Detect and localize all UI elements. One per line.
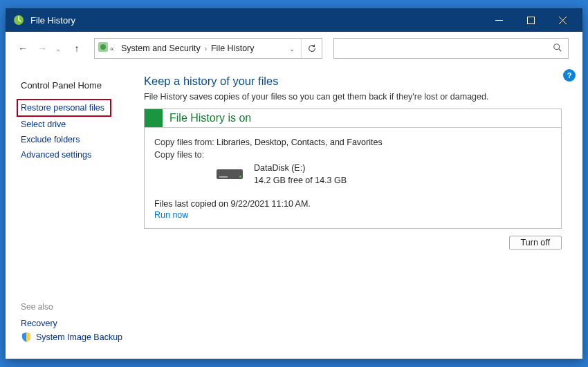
- svg-point-6: [100, 44, 106, 50]
- close-button[interactable]: [546, 8, 578, 32]
- sidebar-advanced-settings[interactable]: Advanced settings: [21, 147, 91, 162]
- svg-point-7: [554, 44, 560, 49]
- copy-from-label: Copy files from:: [154, 138, 217, 147]
- titlebar[interactable]: File History: [6, 8, 582, 32]
- page-subtext: File History saves copies of your files …: [144, 92, 562, 102]
- breadcrumb-system-security[interactable]: System and Security: [120, 44, 202, 53]
- search-icon: [553, 43, 562, 55]
- forward-button[interactable]: →: [35, 41, 50, 56]
- sidebar-restore-personal-files[interactable]: Restore personal files: [17, 99, 111, 117]
- drive-free: 14.2 GB free of 14.3 GB: [254, 175, 347, 187]
- drive-name: DataDisk (E:): [254, 162, 347, 175]
- maximize-button[interactable]: [515, 8, 546, 32]
- see-also-label: See also: [21, 302, 137, 312]
- minimize-button[interactable]: [483, 8, 515, 32]
- drive-icon: [217, 164, 244, 179]
- up-button[interactable]: ↑: [69, 41, 84, 56]
- turn-off-button[interactable]: Turn off: [509, 236, 562, 250]
- navigation-row: ← → ⌄ ↑ « System and Security › File His…: [6, 32, 582, 65]
- status-title: File History is on: [163, 109, 258, 127]
- address-dropdown[interactable]: ⌄: [282, 39, 301, 58]
- main-panel: ? Keep a history of your files File Hist…: [137, 65, 582, 359]
- control-panel-home-link[interactable]: Control Panel Home: [21, 77, 102, 93]
- sidebar-system-image-backup[interactable]: System Image Backup: [36, 331, 122, 344]
- sidebar-select-drive[interactable]: Select drive: [21, 117, 66, 132]
- recent-chevron-icon[interactable]: «: [110, 45, 114, 53]
- breadcrumb-separator-icon: ›: [202, 45, 210, 53]
- run-now-link[interactable]: Run now: [154, 210, 188, 220]
- help-button[interactable]: ?: [563, 69, 576, 82]
- shield-icon: [21, 332, 32, 343]
- search-input[interactable]: [333, 38, 569, 59]
- sidebar-recovery[interactable]: Recovery: [21, 316, 57, 331]
- refresh-button[interactable]: [301, 39, 322, 58]
- last-copied-text: Files last copied on 9/22/2021 11:10 AM.: [154, 199, 551, 209]
- sidebar: Control Panel Home Restore personal file…: [6, 65, 137, 359]
- svg-line-8: [559, 48, 562, 51]
- history-dropdown[interactable]: ⌄: [54, 45, 62, 53]
- copy-to-label: Copy files to:: [154, 150, 217, 160]
- window-title: File History: [30, 15, 483, 26]
- breadcrumb-file-history[interactable]: File History: [210, 44, 256, 53]
- control-panel-icon: [98, 41, 109, 55]
- sidebar-exclude-folders[interactable]: Exclude folders: [21, 132, 80, 147]
- file-history-window: File History ← → ⌄ ↑ « System and Securi…: [6, 8, 582, 359]
- status-box: File History is on Copy files from: Libr…: [144, 109, 562, 229]
- svg-rect-2: [527, 17, 534, 23]
- address-bar[interactable]: « System and Security › File History ⌄: [94, 38, 322, 59]
- app-icon: [12, 14, 25, 26]
- back-button[interactable]: ←: [15, 41, 30, 56]
- status-indicator-icon: [145, 109, 163, 127]
- copy-from-value: Libraries, Desktop, Contacts, and Favori…: [217, 138, 551, 147]
- page-heading: Keep a history of your files: [144, 75, 562, 88]
